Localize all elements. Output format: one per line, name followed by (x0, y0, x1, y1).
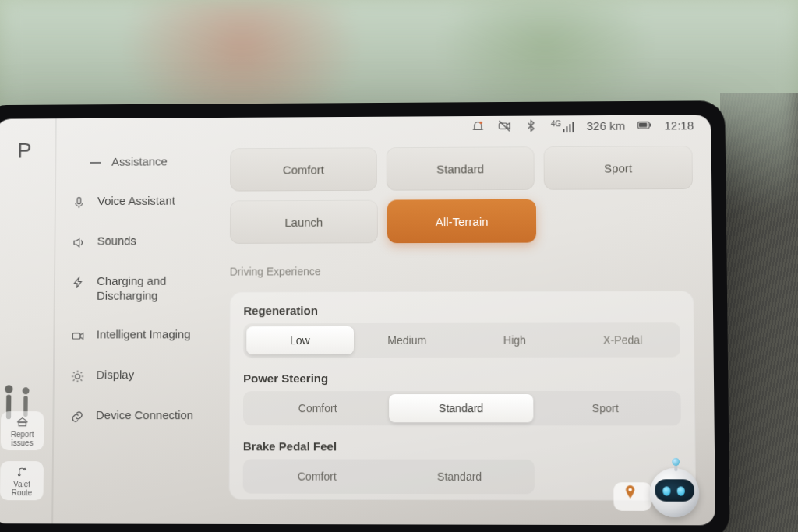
gear-indicator: P (17, 139, 34, 164)
regen-xpedal[interactable]: X-Pedal (569, 326, 677, 354)
brake-standard[interactable]: Standard (388, 463, 531, 491)
brightness-icon (70, 368, 86, 384)
settings-sidebar: Assistance Voice Assistant Sounds Chargi… (53, 118, 217, 524)
setting-steering-title: Power Steering (243, 372, 680, 385)
mode-standard[interactable]: Standard (387, 146, 535, 190)
sidebar-item-voice-assistant[interactable]: Voice Assistant (66, 183, 211, 220)
setting-brake-title: Brake Pedal Feel (243, 439, 681, 453)
report-issues-button[interactable]: Report issues (1, 411, 44, 450)
link-icon (69, 408, 85, 424)
sidebar-item-sounds[interactable]: Sounds (66, 223, 211, 260)
lightning-icon (71, 274, 87, 290)
sidebar-item-assistance[interactable]: Assistance (67, 144, 212, 181)
sidebar-item-device-connection[interactable]: Device Connection (65, 397, 210, 435)
bluetooth-icon[interactable] (524, 119, 538, 133)
segmented-steering: Comfort Standard Sport (243, 391, 681, 425)
svg-point-8 (76, 375, 80, 379)
speaker-icon (71, 234, 87, 249)
driving-experience-card: Regeneration Low Medium High X-Pedal Pow… (229, 291, 697, 501)
svg-point-5 (18, 474, 20, 476)
dash-icon (90, 162, 101, 164)
mode-launch[interactable]: Launch (230, 200, 378, 244)
svg-rect-3 (650, 124, 651, 127)
range-indicator: 326 km (587, 118, 626, 132)
sidebar-item-intelligent-imaging[interactable]: Intelligent Imaging (65, 317, 211, 354)
microphone-icon (71, 194, 87, 210)
steering-comfort[interactable]: Comfort (246, 394, 390, 422)
left-rail: P Report issues Valet Route (0, 118, 57, 523)
svg-rect-6 (77, 197, 80, 203)
mode-all-terrain[interactable]: All-Terrain (387, 199, 537, 243)
pedestrian-figures (0, 348, 42, 418)
sidebar-item-display[interactable]: Display (65, 357, 211, 394)
regen-low[interactable]: Low (246, 326, 353, 354)
valet-route-label: Valet Route (5, 480, 39, 497)
cellular-icon: 4G (551, 118, 574, 132)
segmented-brake: Comfort Standard (243, 459, 535, 494)
valet-route-button[interactable]: Valet Route (0, 461, 44, 500)
svg-rect-7 (72, 333, 80, 339)
clock: 12:18 (664, 118, 694, 132)
steering-standard[interactable]: Standard (389, 394, 533, 422)
svg-rect-4 (639, 123, 647, 128)
camera-off-icon[interactable] (498, 119, 512, 133)
status-bar: 4G 326 km 12:18 (471, 118, 694, 132)
brake-comfort[interactable]: Comfort (246, 462, 388, 491)
regen-high[interactable]: High (461, 326, 569, 354)
steering-sport[interactable]: Sport (533, 394, 678, 422)
tablet-device: 4G 326 km 12:18 P (0, 100, 730, 532)
mode-sport[interactable]: Sport (544, 146, 694, 190)
camera-icon (70, 328, 86, 344)
screen: 4G 326 km 12:18 P (0, 115, 715, 525)
mode-comfort[interactable]: Comfort (230, 147, 377, 191)
main-panel: Comfort Standard Sport Launch All-Terrai… (216, 115, 715, 525)
svg-point-0 (480, 122, 483, 125)
regen-medium[interactable]: Medium (353, 326, 461, 354)
notification-icon[interactable] (471, 119, 486, 133)
section-title-driving-experience: Driving Experience (230, 264, 694, 278)
battery-icon (637, 118, 651, 132)
drive-mode-grid: Comfort Standard Sport Launch All-Terrai… (230, 146, 694, 244)
sidebar-item-charging[interactable]: Charging and Discharging (65, 263, 211, 314)
report-issues-label: Report issues (5, 430, 40, 447)
setting-regeneration-title: Regeneration (243, 303, 680, 317)
segmented-regeneration: Low Medium High X-Pedal (243, 322, 680, 358)
